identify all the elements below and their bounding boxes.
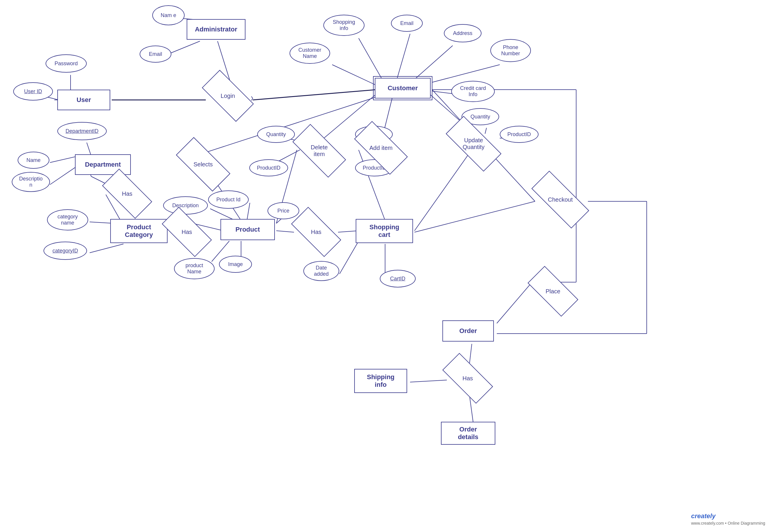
checkout-diamond: Checkout bbox=[533, 188, 588, 212]
credit-card-attr: Credit card Info bbox=[451, 81, 495, 102]
admin-name-attr: Nam e bbox=[152, 5, 185, 25]
svg-line-60 bbox=[410, 380, 447, 382]
svg-line-7 bbox=[253, 90, 376, 100]
cart-id-attr: CartID bbox=[380, 270, 416, 287]
svg-line-56 bbox=[497, 282, 532, 323]
user-id-attr: User ID bbox=[13, 82, 53, 101]
shopping-cart-entity: Shopping cart bbox=[356, 219, 413, 243]
add-item-diamond: Add item bbox=[356, 136, 406, 160]
svg-line-35 bbox=[276, 231, 294, 232]
svg-line-28 bbox=[210, 209, 235, 220]
svg-line-11 bbox=[332, 65, 376, 85]
product-category-entity: Product Category bbox=[110, 219, 168, 243]
has-order-diamond: Has bbox=[444, 367, 491, 390]
svg-line-62 bbox=[251, 96, 253, 98]
svg-line-63 bbox=[251, 98, 253, 101]
shipping-info-entity: Shipping info bbox=[354, 369, 407, 393]
price-attr: Price bbox=[268, 202, 299, 219]
svg-line-38 bbox=[340, 241, 359, 274]
dept-desc-attr: Descriptio n bbox=[12, 172, 50, 192]
product-entity: Product bbox=[220, 219, 275, 240]
description-attr: Description bbox=[163, 196, 208, 215]
product-id-attr2: Product Id bbox=[208, 190, 249, 209]
date-added-attr: Date added bbox=[303, 261, 339, 281]
has-cat-diamond: Has bbox=[164, 220, 210, 243]
delete-item-diamond: Delete item bbox=[295, 139, 344, 163]
svg-line-29 bbox=[247, 203, 250, 220]
has-dept-diamond: Has bbox=[104, 182, 150, 205]
svg-line-15 bbox=[432, 65, 500, 82]
has-prod-diamond: Has bbox=[293, 220, 339, 243]
shopping-info-attr: Shopping info bbox=[323, 15, 365, 36]
productid-update-attr: ProductID bbox=[500, 126, 539, 143]
admin-email-attr: Email bbox=[140, 46, 171, 63]
quantity-delete-attr: Quantity bbox=[257, 126, 295, 143]
customer-name-attr: Customer Name bbox=[290, 43, 330, 64]
password-attr: Password bbox=[46, 54, 87, 73]
address-attr: Address bbox=[444, 24, 482, 42]
productid-delete-attr: ProductID bbox=[249, 159, 288, 176]
svg-line-13 bbox=[397, 34, 410, 79]
order-details-entity: Order details bbox=[441, 422, 495, 445]
customer-entity: Customer bbox=[375, 78, 431, 98]
selects-diamond: Selects bbox=[178, 152, 228, 176]
image-attr: Image bbox=[219, 256, 252, 273]
order-entity: Order bbox=[442, 320, 494, 342]
watermark: creately www.creately.com • Online Diagr… bbox=[691, 512, 765, 526]
svg-line-12 bbox=[359, 38, 382, 79]
customer-email-attr: Email bbox=[391, 15, 423, 32]
category-name-attr: category name bbox=[47, 209, 88, 230]
user-entity: User bbox=[57, 90, 110, 110]
svg-line-48 bbox=[414, 145, 475, 231]
svg-line-19 bbox=[87, 143, 91, 156]
svg-line-25 bbox=[90, 244, 123, 253]
category-id-attr: categoryID bbox=[44, 242, 87, 260]
product-name-attr: product Name bbox=[174, 258, 215, 279]
administrator-entity: Administrator bbox=[187, 19, 245, 40]
login-diamond: Login bbox=[204, 84, 251, 108]
svg-line-14 bbox=[414, 46, 453, 79]
department-id-attr: DepartmentID bbox=[57, 122, 107, 140]
dept-name-attr: Name bbox=[18, 152, 49, 169]
place-diamond: Place bbox=[530, 280, 576, 303]
phone-number-attr: Phone Number bbox=[490, 39, 531, 62]
update-quantity-diamond: Update Quantity bbox=[447, 132, 500, 156]
svg-line-51 bbox=[414, 201, 535, 232]
svg-line-23 bbox=[91, 176, 106, 184]
